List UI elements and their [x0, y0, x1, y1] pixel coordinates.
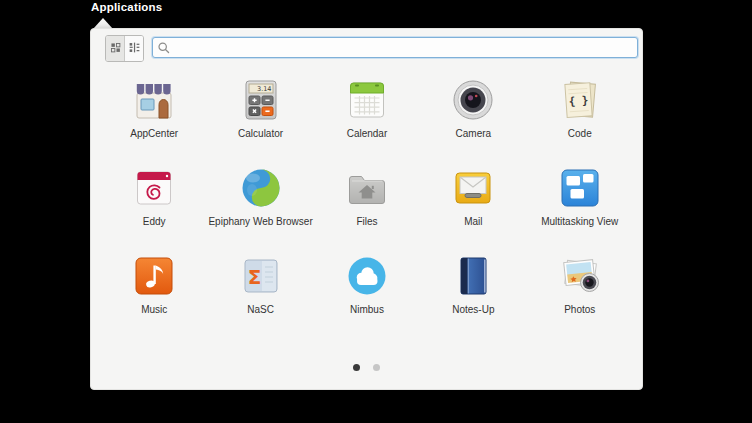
app-item-photos[interactable]: Photos: [527, 243, 633, 331]
camera-icon: [449, 76, 497, 124]
svg-text:{ }: { }: [568, 94, 589, 108]
app-item-nimbus[interactable]: Nimbus: [314, 243, 420, 331]
photos-icon: [556, 252, 604, 300]
nimbus-icon: [343, 252, 391, 300]
svg-text:Σ: Σ: [247, 265, 261, 289]
app-item-eddy[interactable]: Eddy: [101, 155, 207, 243]
app-label: AppCenter: [130, 128, 178, 139]
nasc-icon: Σ: [237, 252, 285, 300]
notes-up-icon: [449, 252, 497, 300]
desktop: { "launcher": { "title": "Applications" …: [0, 0, 752, 423]
app-label: NaSC: [247, 304, 274, 315]
eddy-icon: [130, 164, 178, 212]
applications-menu-popover: AppCenter 3.14: [90, 28, 643, 390]
files-icon: [343, 164, 391, 212]
view-switcher: [105, 35, 144, 62]
code-icon: { }: [556, 76, 604, 124]
app-label: Camera: [456, 128, 492, 139]
app-label: Nimbus: [350, 304, 384, 315]
app-item-notes-up[interactable]: Notes-Up: [420, 243, 526, 331]
page-dot-2[interactable]: [373, 364, 380, 371]
category-view-button[interactable]: [125, 36, 143, 61]
app-item-nasc[interactable]: Σ NaSC: [207, 243, 313, 331]
app-item-mail[interactable]: Mail: [420, 155, 526, 243]
svg-text:3.14: 3.14: [257, 85, 271, 93]
app-label: Files: [356, 216, 377, 227]
app-label: Calculator: [238, 128, 283, 139]
app-label: Mail: [464, 216, 482, 227]
page-switcher: [91, 364, 642, 371]
calculator-icon: 3.14: [237, 76, 285, 124]
appcenter-icon: [130, 76, 178, 124]
app-item-code[interactable]: { } Code: [527, 67, 633, 155]
calendar-icon: [343, 76, 391, 124]
app-label: Music: [141, 304, 167, 315]
app-label: Calendar: [347, 128, 388, 139]
applications-button[interactable]: Applications: [91, 1, 162, 13]
epiphany-icon: [237, 164, 285, 212]
multitasking-view-icon: [556, 164, 604, 212]
app-item-calendar[interactable]: Calendar: [314, 67, 420, 155]
app-item-calculator[interactable]: 3.14 Calculator: [207, 67, 313, 155]
search-bar: [152, 37, 638, 58]
app-item-camera[interactable]: Camera: [420, 67, 526, 155]
app-label: Notes-Up: [452, 304, 494, 315]
app-item-epiphany-web-browser[interactable]: Epiphany Web Browser: [207, 155, 313, 243]
app-grid: AppCenter 3.14: [101, 67, 633, 331]
app-item-music[interactable]: Music: [101, 243, 207, 331]
music-icon: [130, 252, 178, 300]
category-view-icon: [128, 40, 141, 58]
app-label: Multitasking View: [541, 216, 618, 227]
grid-view-button[interactable]: [106, 36, 125, 61]
app-label: Eddy: [143, 216, 166, 227]
app-item-appcenter[interactable]: AppCenter: [101, 67, 207, 155]
grid-view-icon: [109, 40, 122, 58]
page-dot-1[interactable]: [353, 364, 360, 371]
app-label: Epiphany Web Browser: [208, 216, 312, 227]
mail-icon: [449, 164, 497, 212]
app-label: Photos: [564, 304, 595, 315]
app-label: Code: [568, 128, 592, 139]
search-input[interactable]: [171, 38, 633, 57]
app-item-files[interactable]: Files: [314, 155, 420, 243]
search-icon: [157, 41, 171, 55]
app-item-multitasking-view[interactable]: Multitasking View: [527, 155, 633, 243]
